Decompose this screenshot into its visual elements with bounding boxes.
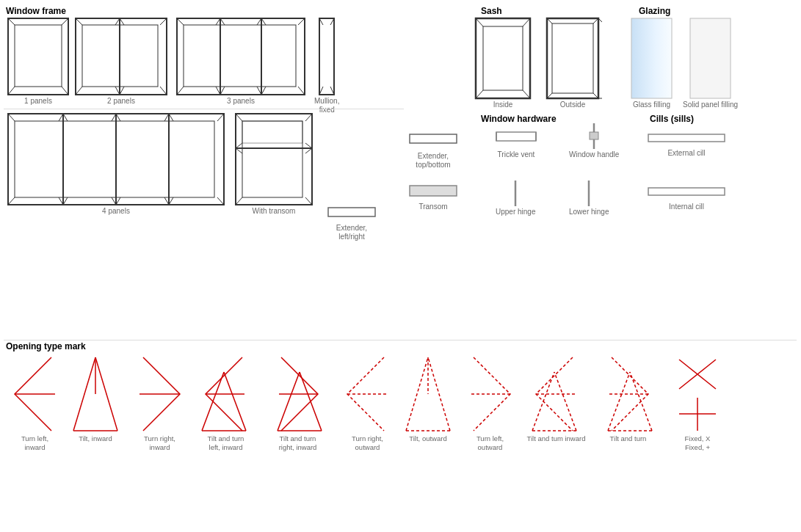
svg-rect-17 xyxy=(177,18,305,95)
extender-lr-svg xyxy=(326,202,377,224)
ot-turn-left-outward-svg xyxy=(463,354,518,434)
wf-transom-label: With transom xyxy=(253,207,296,215)
hw-upper-hinge: Upper hinge xyxy=(496,178,535,216)
ot-fixed-x-plus-svg xyxy=(672,354,723,434)
svg-line-113 xyxy=(300,372,322,431)
hw-upper-hinge-label: Upper hinge xyxy=(496,208,535,216)
divider-ot xyxy=(4,340,797,340)
wf-2panel-label: 2 panels xyxy=(107,97,135,105)
ot-tilt-outward-label: Tilt, outward xyxy=(409,434,446,443)
svg-line-116 xyxy=(406,357,428,431)
glazing-glass-label: Glass filling xyxy=(633,101,670,109)
ot-tilt-turn-right-outward: Tilt and tum inward xyxy=(521,354,591,443)
wf-2panel-svg xyxy=(73,16,169,97)
wf-2panel: 2 panels xyxy=(73,16,169,105)
svg-rect-79 xyxy=(552,23,593,93)
cill-internal-svg xyxy=(646,182,727,203)
svg-line-102 xyxy=(73,357,95,431)
cill-internal-label: Internal cill xyxy=(669,203,704,211)
sash-inside: Inside xyxy=(474,16,532,109)
svg-rect-77 xyxy=(483,26,523,90)
svg-line-3 xyxy=(8,87,15,95)
ot-tilt-outward: Tilt, outward xyxy=(399,354,457,443)
hardware-title: Window hardware xyxy=(481,114,557,124)
main-page: Window frame 1 panels xyxy=(0,0,801,532)
wf-3panel-svg xyxy=(175,16,307,97)
svg-line-1 xyxy=(8,18,15,25)
ot-tilt-turn-right-outward-label: Tilt and tum inward xyxy=(527,434,586,443)
svg-line-74 xyxy=(523,18,530,26)
svg-line-7 xyxy=(76,18,82,25)
svg-rect-78 xyxy=(547,18,598,98)
svg-rect-88 xyxy=(690,18,731,98)
svg-line-61 xyxy=(305,114,312,121)
svg-line-10 xyxy=(160,87,167,95)
hw-handle-svg xyxy=(583,121,605,150)
svg-line-112 xyxy=(278,372,300,431)
ot-tilt-turn-right-outward-svg xyxy=(525,354,587,434)
svg-rect-59 xyxy=(236,114,312,205)
wf-3panel: 3 panels xyxy=(175,16,307,105)
cill-internal: Internal cill xyxy=(646,182,727,211)
ot-tilt-inward-label: Tilt, inward xyxy=(79,434,112,443)
ot-fixed-x-plus: Fixed, XFixed, + xyxy=(668,354,727,453)
ot-tilt-inward: Tilt, inward xyxy=(66,354,125,443)
hw-lower-hinge-svg xyxy=(578,178,600,208)
svg-line-39 xyxy=(8,114,15,121)
svg-rect-89 xyxy=(410,134,457,143)
wf-transom: With transom xyxy=(233,112,314,215)
svg-line-75 xyxy=(476,90,483,98)
svg-line-68 xyxy=(236,148,242,153)
svg-line-18 xyxy=(177,18,184,25)
svg-rect-5 xyxy=(15,25,62,87)
ot-turn-right-outward-label: Turn right,outward xyxy=(352,434,383,453)
sash-title: Sash xyxy=(481,6,502,16)
wf-mullion: Mullion,fixed xyxy=(314,16,339,114)
svg-rect-70 xyxy=(242,121,302,143)
svg-line-126 xyxy=(608,372,630,431)
ot-turn-right-inward: Turn right,inward xyxy=(128,354,191,453)
ot-tilt-turn-left-outward-label: Tilt and turn xyxy=(610,434,647,443)
ot-turn-right-outward: Turn right,outward xyxy=(336,354,399,453)
wf-1panel: 1 panels xyxy=(6,16,70,105)
svg-line-19 xyxy=(298,18,305,25)
sash-inside-label: Inside xyxy=(493,101,513,109)
hw-trickle-label: Trickle vent xyxy=(498,150,535,158)
svg-line-20 xyxy=(177,87,184,95)
svg-rect-72 xyxy=(476,18,530,98)
svg-line-60 xyxy=(236,114,242,121)
hw-transom: Transom xyxy=(407,182,459,211)
ot-turn-left-outward: Turn left,outward xyxy=(459,354,521,453)
svg-line-69 xyxy=(305,148,312,153)
svg-rect-90 xyxy=(496,132,536,141)
ot-tilt-turn-left-inward-svg xyxy=(195,354,257,434)
svg-line-41 xyxy=(8,197,15,205)
wf-3panel-label: 3 panels xyxy=(227,97,255,105)
svg-line-108 xyxy=(202,372,224,431)
hw-trickle: Trickle vent xyxy=(490,125,542,158)
svg-line-67 xyxy=(305,143,312,148)
svg-line-42 xyxy=(217,197,224,205)
wf-4panel-svg xyxy=(6,112,226,207)
hw-transom-label: Transom xyxy=(418,203,447,211)
ot-turn-right-inward-svg xyxy=(132,354,187,434)
glazing-title: Glazing xyxy=(639,6,670,16)
ot-turn-left-inward: Turn left,inward xyxy=(4,354,66,453)
svg-rect-64 xyxy=(242,121,302,197)
extender-lr-label: Extender,left/right xyxy=(336,224,367,241)
svg-line-21 xyxy=(298,87,305,95)
hw-extender-tb-svg xyxy=(407,128,459,150)
wf-4panel-label: 4 panels xyxy=(102,207,130,215)
svg-line-122 xyxy=(532,372,554,431)
ot-tilt-turn-left-inward: Tilt and turnleft, inward xyxy=(191,354,261,453)
sash-outside-svg xyxy=(543,16,602,101)
opening-type-title: Opening type mark xyxy=(6,341,86,351)
glazing-solid-label: Solid panel filling xyxy=(683,101,738,109)
ot-tilt-turn-left-outward: Tilt and turn xyxy=(593,354,663,443)
cill-external-label: External cill xyxy=(667,149,705,157)
svg-line-40 xyxy=(217,114,224,121)
ot-tilt-turn-right-inward-label: Tilt and turnright, inward xyxy=(279,434,317,453)
ot-tilt-turn-left-inward-label: Tilt and turnleft, inward xyxy=(208,434,244,453)
svg-line-109 xyxy=(224,372,246,431)
glazing-glass-svg xyxy=(628,16,675,101)
